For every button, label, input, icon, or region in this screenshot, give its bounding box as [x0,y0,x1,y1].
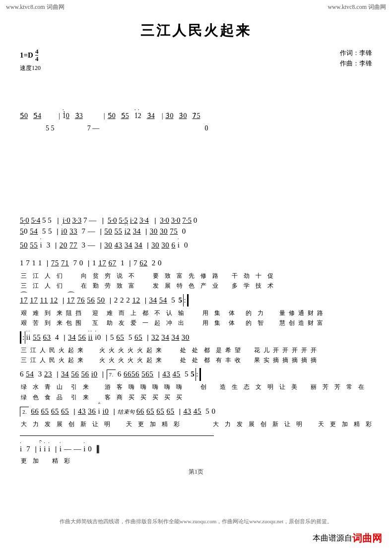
page-number: 第1页 [20,468,372,476]
time-signature: 4 4 [35,48,39,63]
lyricist-line: 作词：李锋 [340,48,372,59]
footer-watermark: 作曲大师简钱吉他四线谱，作曲排版音乐制作全能www.zuoqu.com，作曲网论… [0,518,392,525]
footer-brand: 本曲谱源自 词曲网 [313,532,382,545]
header-watermark: www.ktvc8.com 词曲网 www.ktvc8.com 词曲网 [0,0,392,12]
tempo: 速度120 [20,64,41,72]
notation-main: .nr { display:flex; align-items:baseline… [20,225,372,466]
brand-normal-text: 本曲谱源自 [313,533,352,544]
brand-colored-text: 词曲网 [352,532,382,545]
composer-line: 作曲：李锋 [340,59,372,69]
left-watermark: www.ktvc8.com 词曲网 [6,3,65,11]
key-text: 1=D [20,51,33,60]
key-tempo: 1=D 4 4 速度120 [20,48,41,72]
song-title: 三江人民火起来 [20,21,372,40]
right-watermark: www.ktvc8.com 词曲网 [327,3,386,11]
key-line: 1=D 4 4 [20,48,41,63]
author-info: 作词：李锋 作曲：李锋 [340,48,372,69]
score-area: 5̇0 5̇4 5 5 | ·1̇0 3̇3 7 — | 5̇0 5̇5 ·1̇… [20,74,372,231]
info-row: 1=D 4 4 速度120 作词：李锋 作曲：李锋 [20,48,372,72]
score-notation: 5̇0 5̇4 5 5 | ·1̇0 3̇3 7 — | 5̇0 5̇5 ·1̇… [20,74,372,215]
section-divider [20,435,214,436]
